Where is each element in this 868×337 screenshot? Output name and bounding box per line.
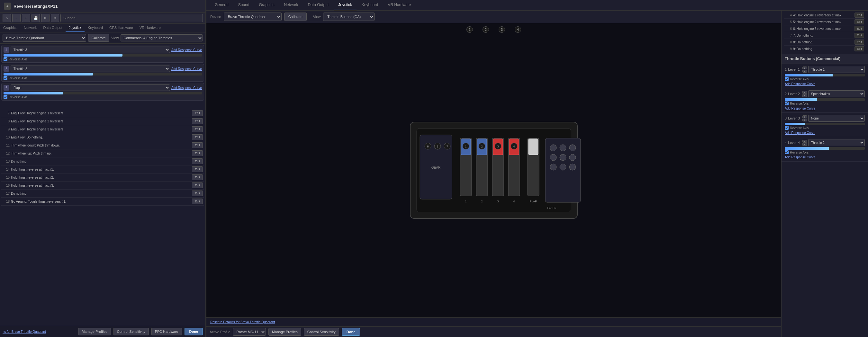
add-response-btn-5[interactable]: Add Response Curve [172,67,202,71]
lever-down-arrow-4[interactable]: ▼ [802,143,807,146]
reverse-axis-checkbox-6[interactable] [3,95,7,99]
tab-gps-hardware[interactable]: GPS Hardware [106,24,136,32]
add-response-btn-4[interactable]: Add Response Curve [172,48,202,52]
edit-btn-15[interactable]: Edit [192,174,203,180]
lever-up-arrow-3[interactable]: ▲ [802,115,807,118]
reset-defaults-btn[interactable]: Reset to Defaults for Bravo Throttle Qua… [210,320,275,324]
axis-bar-4 [3,54,202,57]
edit-btn-6[interactable]: Edit [855,26,864,31]
right-tab-general[interactable]: General [210,0,233,10]
lever-name-select-4[interactable]: Throttle 2 [808,139,865,146]
lever-name-select-2[interactable]: Speedbrakes [808,90,865,97]
save-button[interactable]: 💾 [31,14,40,22]
lever-arrows-3: ▲ ▼ [802,115,807,122]
axis-name-select-5[interactable]: Throttle 2 [10,66,170,72]
lever-up-arrow-1[interactable]: ▲ [802,67,807,69]
edit-btn-17[interactable]: Edit [192,191,203,196]
home-button[interactable]: ⌂ [3,14,11,22]
right-tab-keyboard[interactable]: Keyboard [357,0,382,10]
btn-num-6: 6 [785,27,792,31]
reverse-axis-checkbox-5[interactable] [3,76,7,80]
btn-num-15: 15 [3,176,10,179]
right-tab-sound[interactable]: Sound [234,0,254,10]
edit-btn-10[interactable]: Edit [192,134,203,140]
left-control-sensitivity-btn[interactable]: Control Sensitivity [114,328,149,335]
zoom-minus-button[interactable]: − [12,14,21,22]
lever-label-3: Lever 3 [788,116,800,120]
left-manage-profiles-btn[interactable]: Manage Profiles [78,328,111,335]
right-tab-network[interactable]: Network [279,0,303,10]
edit-btn-18[interactable]: Edit [192,199,203,204]
active-profile-select[interactable]: Rotate MD-11 [233,328,266,336]
tab-graphics[interactable]: Graphics [0,24,21,32]
edit-btn-4[interactable]: Edit [855,12,864,18]
edit-btn-8[interactable]: Edit [192,118,203,124]
right-tab-graphics[interactable]: Graphics [254,0,279,10]
tab-data-output[interactable]: Data Output [40,24,65,32]
view-dropdown[interactable]: Throttle Buttons (GA) [323,12,374,21]
left-axis-list: 4 Throttle 3 Add Response Curve Reverse … [0,44,206,108]
edit-btn-14[interactable]: Edit [192,166,203,172]
btn-desc-13: Do nothing. [11,160,191,163]
lever-name-select-3[interactable]: None [808,115,865,122]
lever-down-arrow-2[interactable]: ▼ [802,94,807,97]
btn-desc-12: Trim wheel up: Pitch trim up. [11,151,191,155]
edit-button[interactable]: ✏ [41,14,50,22]
control-sensitivity-btn[interactable]: Control Sensitivity [304,328,339,336]
device-dropdown[interactable]: Bravo Throttle Quadrant [224,12,282,21]
tab-keyboard[interactable]: Keyboard [85,24,106,32]
edit-btn-7r[interactable]: Edit [855,33,864,38]
lever-down-arrow-1[interactable]: ▼ [802,70,807,73]
svg-point-28 [569,164,576,170]
edit-btn-7[interactable]: Edit [192,110,203,116]
left-pfc-hardware-btn[interactable]: PFC Hardware [151,328,182,335]
left-reset-btn[interactable]: Its for Bravo Throttle Quadrant [3,330,46,334]
edit-btn-9r[interactable]: Edit [855,46,864,52]
right-tab-joystick[interactable]: Joystick [334,0,356,10]
edit-btn-11[interactable]: Edit [192,142,203,148]
right-tab-data-output[interactable]: Data Output [303,0,333,10]
lever-add-btn-4[interactable]: Add Response Curve [785,156,815,159]
left-done-btn[interactable]: Done [185,328,203,335]
left-calibrate-button[interactable]: Calibrate [88,34,109,42]
btn-row-4: 4 4: Hold engine 1 reversers at max Edit [784,12,865,19]
lever-up-arrow-4[interactable]: ▲ [802,140,807,143]
lever-name-select-1[interactable]: Throttle 1 [808,66,865,73]
lever-reverse-checkbox-3[interactable] [785,126,788,130]
lever-up-arrow-2[interactable]: ▲ [802,91,807,94]
lever-down-arrow-3[interactable]: ▼ [802,119,807,122]
calibrate-button[interactable]: Calibrate [284,12,307,21]
done-btn[interactable]: Done [342,328,361,336]
add-response-btn-6[interactable]: Add Response Curve [172,86,202,90]
search-input[interactable] [60,14,203,22]
edit-btn-9[interactable]: Edit [192,126,203,132]
edit-btn-12[interactable]: Edit [192,150,203,156]
left-device-select[interactable]: Bravo Throttle Quadrant [3,34,86,42]
edit-btn-8r[interactable]: Edit [855,39,864,45]
edit-btn-13[interactable]: Edit [192,158,203,164]
app-icon: ✈ [4,3,11,10]
lever-add-btn-3[interactable]: Add Response Curve [785,131,815,135]
btn-num-10: 10 [3,136,10,139]
lever-reverse-checkbox-1[interactable] [785,77,788,81]
tab-network[interactable]: Network [21,24,40,32]
lever-bar-1 [785,74,865,76]
edit-btn-5[interactable]: Edit [855,19,864,25]
edit-btn-16[interactable]: Edit [192,182,203,188]
axis-name-select-6[interactable]: Flaps [10,85,170,91]
zoom-plus-button[interactable]: + [22,14,30,22]
reverse-axis-checkbox-4[interactable] [3,57,7,61]
settings-button[interactable]: ⚙ [51,14,59,22]
lever-reverse-checkbox-2[interactable] [785,102,788,105]
tab-joystick[interactable]: Joystick [66,24,85,32]
lever-add-btn-2[interactable]: Add Response Curve [785,107,815,110]
left-view-select[interactable]: Commercial 4 Engine Throttles [121,34,203,41]
lever-reverse-checkbox-4[interactable] [785,150,788,154]
manage-profiles-btn[interactable]: Manage Profiles [269,328,301,336]
right-tab-vr-hardware[interactable]: VR Hardware [383,0,415,10]
left-button-list: 7 Eng 1 rev: Toggle engine 1 reversers E… [0,108,206,326]
tab-vr-hardware[interactable]: VR Hardware [136,24,164,32]
axis-name-select-4[interactable]: Throttle 3 [10,46,170,53]
lever-add-btn-1[interactable]: Add Response Curve [785,82,815,86]
button-item-12: 12 Trim wheel up: Pitch trim up. Edit [1,149,204,158]
